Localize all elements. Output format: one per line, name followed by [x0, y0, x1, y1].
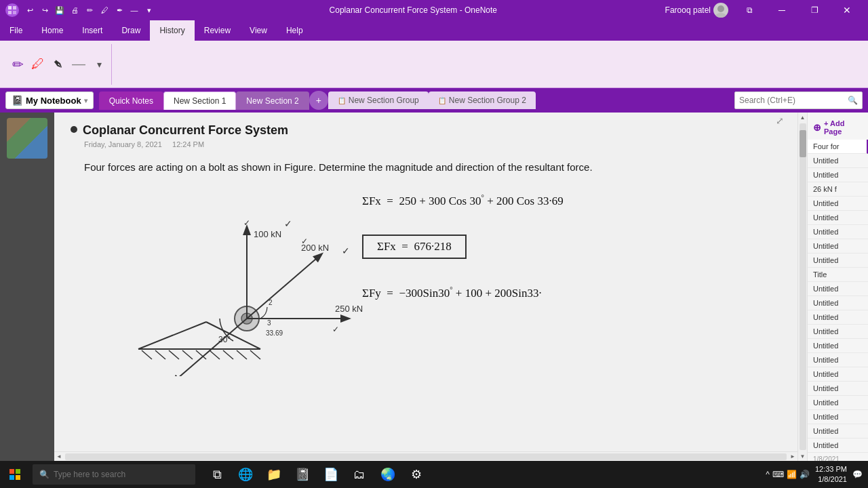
pen3-btn-title[interactable]: ✒ [113, 3, 126, 17]
close-button[interactable]: ✕ [831, 0, 863, 20]
expand-button[interactable]: ⤢ [776, 115, 784, 126]
taskbar-app-misc[interactable]: ⚙ [403, 461, 430, 488]
search-box: 🔍 [734, 92, 863, 109]
more-btn-title[interactable]: ▾ [142, 3, 156, 17]
svg-text:✓: ✓ [243, 218, 250, 228]
page-item-15[interactable]: Untitled [808, 339, 868, 353]
undo-btn-title[interactable]: ↩ [23, 3, 37, 17]
tab-view[interactable]: View [240, 20, 277, 41]
app-icon [5, 3, 19, 17]
tab-insert[interactable]: Insert [73, 20, 112, 41]
search-input[interactable] [739, 96, 848, 105]
svg-rect-0 [8, 6, 12, 9]
taskbar-app-browser[interactable]: 🌏 [374, 461, 401, 488]
add-section-button[interactable]: + [309, 91, 328, 110]
tray-arrow[interactable]: ^ [766, 470, 770, 479]
taskbar-app-acrobat[interactable]: 📄 [317, 461, 344, 488]
notebook-selector[interactable]: 📓 My Notebook ▾ [5, 92, 94, 109]
pen-tool-3[interactable]: ✒ [45, 51, 72, 78]
tab-history[interactable]: History [150, 20, 194, 41]
tray-notification[interactable]: 💬 [852, 470, 863, 479]
page-item-14[interactable]: Untitled [808, 325, 868, 339]
pen-tool-4[interactable]: — [69, 55, 88, 74]
tab-section-group-2[interactable]: 📋 New Section Group 2 [429, 92, 536, 109]
tab-help[interactable]: Help [277, 20, 313, 41]
page-item-18[interactable]: Untitled [808, 382, 868, 396]
page-item-13[interactable]: Untitled [808, 310, 868, 325]
svg-text:250 kN: 250 kN [335, 304, 363, 314]
scroll-up-button[interactable]: ▲ [798, 113, 808, 122]
page-item-2[interactable]: Untitled [808, 154, 868, 168]
svg-rect-39 [16, 469, 20, 474]
taskbar-app-onenote[interactable]: 📓 [289, 461, 316, 488]
scroll-left-button[interactable]: ◄ [54, 452, 64, 462]
tray-sound[interactable]: 🔊 [800, 470, 810, 479]
h-scroll-track[interactable] [65, 453, 787, 460]
page-item-current[interactable]: Four for [808, 140, 868, 154]
maximize-button[interactable]: ❐ [799, 0, 830, 20]
page-item-11[interactable]: Untitled [808, 282, 868, 296]
svg-line-15 [223, 350, 233, 359]
page-item-6[interactable]: Untitled [808, 211, 868, 225]
page-item-17[interactable]: Untitled [808, 367, 868, 382]
page-item-12[interactable]: Untitled [808, 296, 868, 310]
taskbar-app-explorer[interactable]: 📁 [260, 461, 288, 488]
tab-section-group-1[interactable]: 📋 New Section Group [328, 92, 429, 109]
svg-text:30°: 30° [218, 335, 231, 344]
redo-btn-title[interactable]: ↪ [38, 3, 52, 17]
pen-tool-1[interactable]: ✏ [8, 55, 27, 74]
print-btn-title[interactable]: 🖨 [68, 3, 81, 17]
tab-draw[interactable]: Draw [112, 20, 150, 41]
tab-home[interactable]: Home [32, 20, 73, 41]
page-item-16[interactable]: Untitled [808, 353, 868, 367]
page-item-5[interactable]: Untitled [808, 197, 868, 211]
scroll-down-button[interactable]: ▼ [798, 451, 808, 461]
taskbar-search-input[interactable] [54, 470, 176, 479]
start-button[interactable] [0, 461, 30, 488]
page-item-19[interactable]: Untitled [808, 396, 868, 410]
svg-text:✓: ✓ [284, 218, 292, 229]
page-item-20[interactable]: Untitled [808, 410, 868, 424]
user-avatar[interactable] [713, 3, 728, 18]
page-item-21[interactable]: Untitled [808, 424, 868, 439]
notebook-name: My Notebook [26, 96, 81, 106]
pen2-btn-title[interactable]: 🖊 [98, 3, 111, 17]
tab-new-section-1[interactable]: New Section 1 [163, 92, 236, 110]
minimize-button[interactable]: ─ [766, 0, 797, 20]
pen4-btn-title[interactable]: — [127, 3, 141, 17]
tray-keyboard[interactable]: ⌨ [772, 470, 784, 479]
add-page-button[interactable]: ⊕ + Add Page [808, 115, 868, 140]
svg-line-14 [210, 350, 220, 359]
page-item-8[interactable]: Untitled [808, 239, 868, 253]
pen-btn-title[interactable]: ✏ [83, 3, 96, 17]
taskbar-app-files[interactable]: 🗂 [346, 461, 373, 488]
page-item-22[interactable]: Untitled [808, 439, 868, 453]
taskbar-app-edge[interactable]: 🌐 [232, 461, 259, 488]
tab-review[interactable]: Review [195, 20, 240, 41]
svg-text:33.69: 33.69 [266, 329, 283, 337]
page-item-7[interactable]: Untitled [808, 225, 868, 239]
page-item-4[interactable]: 26 kN f [808, 182, 868, 197]
page-title-area: Coplanar Concurrent Force System [71, 123, 781, 138]
tile-btn[interactable]: ⧉ [734, 0, 765, 20]
more-tools[interactable]: ▾ [90, 55, 108, 74]
search-icon[interactable]: 🔍 [848, 96, 858, 105]
tab-file[interactable]: File [0, 20, 32, 41]
taskbar-search[interactable]: 🔍 [33, 464, 195, 485]
page-item-title[interactable]: Title [808, 268, 868, 282]
vertical-scrollbar[interactable]: ▲ ▼ [797, 113, 807, 461]
taskbar-app-task-view[interactable]: ⧉ [203, 461, 231, 488]
save-btn-title[interactable]: 💾 [53, 3, 66, 17]
scroll-right-button[interactable]: ► [788, 452, 797, 462]
svg-rect-1 [13, 6, 16, 9]
ribbon-content: ✏ 🖊 ✒ — ▾ [0, 41, 868, 88]
horizontal-scrollbar[interactable]: ◄ ► [54, 451, 797, 461]
page-item-3[interactable]: Untitled [808, 168, 868, 182]
tab-new-section-2[interactable]: New Section 2 [236, 92, 309, 110]
tray-network[interactable]: 📶 [787, 470, 797, 479]
tab-quick-notes[interactable]: Quick Notes [99, 92, 163, 110]
page-item-9[interactable]: Untitled [808, 253, 868, 268]
scroll-thumb[interactable] [800, 130, 806, 157]
page-item-date[interactable]: 1/8/2021 [808, 453, 868, 461]
svg-rect-2 [8, 11, 12, 14]
